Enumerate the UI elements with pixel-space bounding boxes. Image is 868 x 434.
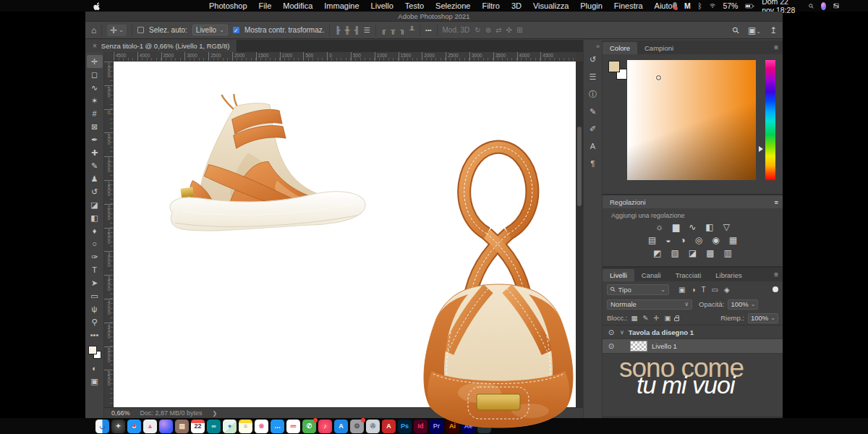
more-options-icon[interactable]: •••	[425, 27, 431, 33]
workspace-switcher-icon[interactable]: ▣⌄	[748, 25, 761, 35]
expand-panels-icon[interactable]: »	[596, 43, 600, 50]
spotlight-search-icon[interactable]	[809, 2, 814, 10]
window-title-bar[interactable]: Adobe Photoshop 2021	[85, 12, 783, 22]
align-right-icon[interactable]: ╢	[354, 26, 359, 34]
shape-tool[interactable]: ▭	[87, 289, 103, 302]
align-center-h-icon[interactable]: ╫	[345, 26, 350, 34]
blend-mode-dropdown[interactable]: Normale ∨	[607, 299, 692, 310]
distribute-horizontal-icon[interactable]: ╨	[409, 26, 414, 34]
visibility-eye-icon[interactable]: ⊙	[607, 328, 616, 336]
selective-color-icon[interactable]: ▥	[724, 248, 732, 258]
panel-menu-icon[interactable]: ≡	[774, 198, 778, 206]
panel-menu-icon[interactable]: ≡	[774, 271, 778, 278]
brightness-contrast-icon[interactable]: ☼	[655, 222, 663, 232]
tab-canali[interactable]: Canali	[634, 269, 668, 281]
rectangular-marquee-tool[interactable]: ◻	[87, 68, 103, 81]
tab-libraries[interactable]: Libraries	[708, 269, 749, 281]
dock-preview[interactable]: ▲	[143, 420, 157, 433]
menu-item[interactable]: Modifica	[283, 1, 312, 10]
clone-stamp-tool[interactable]: ♟	[87, 172, 103, 185]
dock-calendar[interactable]: 22	[191, 420, 205, 433]
hue-saturation-icon[interactable]: ▤	[648, 235, 656, 245]
vibrance-icon[interactable]: ▽	[723, 222, 730, 232]
channel-mixer-icon[interactable]: ◉	[712, 235, 719, 245]
dock-launchpad[interactable]: ✦	[111, 420, 125, 433]
search-icon[interactable]: ⚲	[730, 24, 741, 35]
dock-music[interactable]: ♪	[318, 420, 332, 433]
photo-filter-icon[interactable]: ◎	[695, 235, 702, 245]
layer-name[interactable]: Livello 1	[652, 342, 677, 350]
m-app-icon[interactable]: M	[684, 1, 691, 10]
tab-livelli[interactable]: Livelli	[603, 269, 634, 281]
menu-item[interactable]: Immagine	[324, 1, 359, 10]
menu-item[interactable]: File	[259, 1, 272, 10]
menu-item[interactable]: Selezione	[435, 1, 470, 10]
properties-panel-icon[interactable]: ☰	[585, 69, 600, 85]
zoom-tool[interactable]: ⚲	[87, 315, 103, 328]
pen-tool[interactable]: ✑	[87, 250, 103, 263]
layer-row-selected[interactable]: ⊙ Livello 1	[603, 339, 783, 354]
bluetooth-icon[interactable]: ᛒ	[698, 1, 702, 10]
fill-field[interactable]: 100% ⌄	[748, 313, 778, 323]
align-center-v-icon[interactable]: ╥	[391, 26, 396, 34]
panel-menu-icon[interactable]: ≡	[774, 43, 778, 51]
document-tab[interactable]: × Senza titolo-1 @ 0,66% (Livello 1, RGB…	[85, 40, 237, 52]
hue-slider-marker[interactable]	[759, 146, 763, 152]
history-panel-icon[interactable]: ↺	[585, 51, 600, 67]
foreground-color-swatch[interactable]	[88, 346, 97, 354]
menu-item[interactable]: Livello	[371, 1, 393, 10]
wifi-icon[interactable]	[710, 2, 715, 9]
blur-tool[interactable]: ♦	[87, 224, 103, 237]
layer-filter-dropdown[interactable]: ⚲ Tipo ⌄	[607, 284, 669, 295]
foreground-color-swatch[interactable]	[608, 61, 620, 72]
brush-tool[interactable]: ✎	[87, 159, 103, 172]
color-field-marker[interactable]	[656, 75, 661, 80]
exposure-icon[interactable]: ◧	[705, 222, 713, 232]
dock-messages[interactable]: …	[271, 420, 284, 433]
filter-smart-object-icon[interactable]: ◈	[724, 286, 730, 294]
vertical-ruler[interactable]: 1000500050010001500200025003000350040004…	[104, 61, 114, 418]
dock-maps[interactable]: ⌖	[223, 420, 237, 433]
zoom-level-field[interactable]: 0,66%	[111, 409, 130, 417]
status-arrow-icon[interactable]: ❯	[213, 410, 218, 417]
artboard-row[interactable]: ⊙ ∨ Tavola da disegno 1	[603, 325, 783, 339]
auto-select-dropdown[interactable]: Livello ⌄	[192, 25, 228, 35]
auto-select-checkbox[interactable]	[137, 27, 144, 33]
menu-item[interactable]: Plugin	[580, 1, 603, 10]
filter-adjustment-layers-icon[interactable]: ◑	[691, 286, 695, 294]
dock-meet-app[interactable]: ∞	[207, 420, 221, 433]
screen-mode-button[interactable]: ▣	[87, 375, 103, 388]
dock-automator[interactable]: ✇	[366, 420, 380, 433]
quick-mask-button[interactable]: ◐	[87, 362, 103, 375]
move-tool[interactable]: ✛	[87, 55, 103, 68]
brush-settings-panel-icon[interactable]: ✎	[585, 103, 600, 119]
gradient-map-icon[interactable]: ▩	[706, 248, 714, 258]
lock-transparency-icon[interactable]: ▦	[631, 314, 638, 322]
dock-finder[interactable]: ◡	[95, 420, 109, 433]
tab-campioni[interactable]: Campioni	[637, 42, 681, 54]
posterize-icon[interactable]: ▨	[671, 248, 678, 258]
color-lookup-icon[interactable]: ▦	[729, 235, 737, 245]
layer-thumbnail[interactable]	[630, 341, 647, 352]
eraser-tool[interactable]: ◪	[87, 198, 103, 211]
lock-artboard-icon[interactable]: ▣	[664, 314, 671, 322]
menu-item[interactable]: Testo	[405, 1, 424, 10]
edit-toolbar-button[interactable]: •••	[87, 328, 103, 341]
object-selection-tool[interactable]: ✶	[87, 94, 103, 107]
dock-photos[interactable]: ❀	[255, 420, 268, 433]
home-icon[interactable]: ⌂	[91, 25, 96, 35]
levels-icon[interactable]: ▆	[673, 222, 679, 232]
control-center-icon[interactable]	[833, 2, 839, 9]
dock-contacts[interactable]: ▤	[175, 420, 189, 433]
filter-toggle-button[interactable]	[773, 286, 778, 292]
align-left-icon[interactable]: ╟	[335, 26, 340, 34]
align-top-icon[interactable]: ╓	[381, 26, 386, 34]
dock-siri[interactable]	[159, 420, 173, 433]
hue-slider[interactable]	[765, 60, 775, 180]
lasso-tool[interactable]: ∿	[87, 81, 103, 94]
siri-icon[interactable]	[821, 2, 826, 10]
lock-move-icon[interactable]: ✛	[653, 314, 659, 322]
dock-autocad[interactable]: A	[382, 420, 396, 433]
hand-tool[interactable]: ψ	[87, 302, 103, 315]
black-white-icon[interactable]: ◑	[681, 235, 686, 245]
